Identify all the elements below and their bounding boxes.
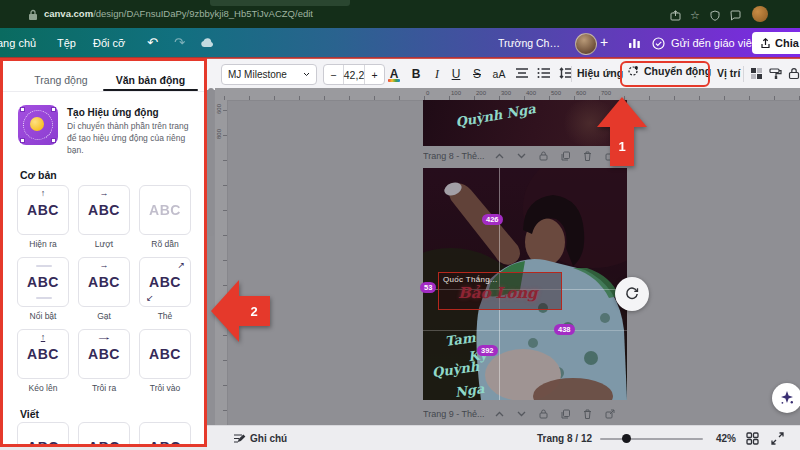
create-animation-description: Di chuyển thành phần trên trang để tạo h… [67,121,199,157]
animation-sample-text: ABC [149,346,181,362]
insights-chart-icon[interactable] [628,37,641,49]
animation-style-label: Hiện ra [17,239,69,249]
animation-style-tile[interactable]: ABCTrôi vào [139,329,191,393]
annotation-arrow-step1: 1 [597,97,647,167]
page-title[interactable]: Trang 8 - Thẻ... [423,151,495,161]
address-bar[interactable]: canva.com/design/DAFnsuIDaPy/9zbbykji8_H… [44,8,313,19]
delete-page-icon[interactable] [583,151,592,161]
tab-page-animations[interactable]: Trang động [21,69,101,91]
bold-button[interactable]: B [407,65,425,83]
tab-text-animations[interactable]: Văn bản động [103,69,198,91]
move-page-down-icon[interactable] [517,411,526,417]
font-color-button[interactable]: A [385,65,403,83]
chat-icon[interactable] [730,10,741,21]
next-page-title[interactable]: Trang 9 - Thẻ... [423,409,495,419]
strikethrough-button[interactable]: S [468,65,486,83]
animation-sample-text: ABC [88,346,120,362]
animation-style-label: Lượt [78,239,130,249]
transparency-icon[interactable] [750,67,763,80]
rotate-handle-button[interactable] [615,277,649,311]
undo-icon[interactable]: ↶ [147,35,158,50]
zoom-slider-track[interactable] [600,438,703,440]
italic-button[interactable]: I [428,65,446,83]
share-page-icon[interactable] [670,10,681,21]
animation-deco-arrow: → [100,261,109,270]
animation-deco-arrow: ↗ [177,261,185,270]
grid-view-icon[interactable] [746,432,759,445]
copy-style-icon[interactable] [769,67,782,80]
animation-style-label: Trôi ra [78,383,130,393]
animation-style-tile[interactable]: ABC [78,422,130,447]
zoom-slider-handle[interactable] [622,434,631,443]
redo-icon[interactable]: ↷ [174,35,185,50]
animation-style-tile[interactable]: ↗↙ABCThẻ [139,257,191,321]
duplicate-page-icon[interactable] [561,409,570,419]
next-page-header: Trang 9 - Thẻ... [423,407,663,421]
animation-style-tile[interactable]: ↑ABCHiện ra [17,185,69,249]
lock-element-icon[interactable] [788,67,800,80]
zoom-level: 42% [716,433,736,444]
send-to-teacher-button[interactable]: Gửi đến giáo viên [671,37,758,49]
text-case-button[interactable]: aA [488,65,510,83]
animation-style-tile[interactable]: →ABCGạt [78,257,130,321]
font-size-increase[interactable]: + [365,69,384,81]
position-button[interactable]: Vị trí [717,67,740,79]
lock-icon[interactable] [28,9,38,21]
shield-icon[interactable] [710,10,720,21]
font-size-decrease[interactable]: − [324,69,343,81]
delete-page-icon[interactable] [583,409,592,419]
browser-tab[interactable] [210,0,350,6]
effects-button[interactable]: Hiệu ứng [577,67,623,79]
upload-icon [761,38,770,49]
notes-button[interactable]: Ghi chú [250,433,287,444]
move-page-up-icon[interactable] [495,411,504,417]
share-page-icon[interactable] [605,409,615,419]
selected-text-line1[interactable]: Quốc Thắng... [443,275,497,284]
animation-style-tile[interactable]: →ABCTrôi ra [78,329,130,393]
duplicate-page-icon[interactable] [561,151,570,161]
share-button[interactable]: Chia sẻ [752,32,800,54]
animation-style-tile[interactable]: →ABCLượt [78,185,130,249]
canva-editor-screenshot: canva.com/design/DAFnsuIDaPy/9zbbykji8_H… [0,0,800,450]
font-size-stepper[interactable]: − 42,2 + [323,64,385,85]
lock-page-icon[interactable] [539,151,548,161]
move-page-up-icon[interactable] [495,153,504,159]
animation-style-label: Trôi vào [139,383,191,393]
create-animation-title[interactable]: Tạo Hiệu ứng động [67,107,159,118]
text-align-icon[interactable] [515,67,529,79]
ruler-label: 600 [216,104,222,114]
selected-text-line2[interactable]: Bảo Long [458,284,538,302]
ruler-label: 0 [426,90,429,96]
collaborator-name[interactable]: Trường Chinh... [498,37,560,49]
menu-home[interactable]: Trang chủ [0,37,36,49]
font-size-value[interactable]: 42,2 [344,69,364,81]
animation-style-tile[interactable]: ABC [17,422,69,447]
alignment-guide-horizontal-2 [423,330,627,331]
browser-avatar[interactable] [752,6,768,22]
animation-style-tile[interactable]: ABCNổi bật [17,257,69,321]
animation-style-label: Gạt [78,311,130,321]
ruler-label: 400 [526,90,536,96]
animation-style-tile[interactable]: ABC [139,422,191,447]
fullscreen-icon[interactable] [771,432,784,445]
assistant-button[interactable] [772,383,800,413]
add-collaborator-button[interactable]: + [600,35,608,50]
animation-deco-arrow: ↑ [41,333,46,342]
animation-deco-arrow: ↑ [41,189,46,198]
underline-button[interactable]: U [447,65,465,83]
animation-sample-text: ABC [27,346,59,362]
animation-style-tile[interactable]: ↑ABCKéo lên [17,329,69,393]
menu-file[interactable]: Tệp [57,37,76,49]
notes-icon[interactable] [233,432,246,445]
bookmark-star-icon[interactable]: ☆ [690,10,700,21]
measurement-badge-top: 426 [482,214,503,225]
bullet-list-icon[interactable] [537,67,551,79]
lock-page-icon[interactable] [539,409,548,419]
animation-style-label: Nổi bật [17,311,69,321]
sidebar-scrollbar[interactable] [208,88,214,236]
account-avatar[interactable] [575,33,597,55]
animation-style-tile[interactable]: ABCRõ dần [139,185,191,249]
move-page-down-icon[interactable] [517,153,526,159]
font-family-dropdown[interactable]: MJ Milestone [221,64,317,85]
menu-resize[interactable]: Đổi cỡ [93,37,125,49]
